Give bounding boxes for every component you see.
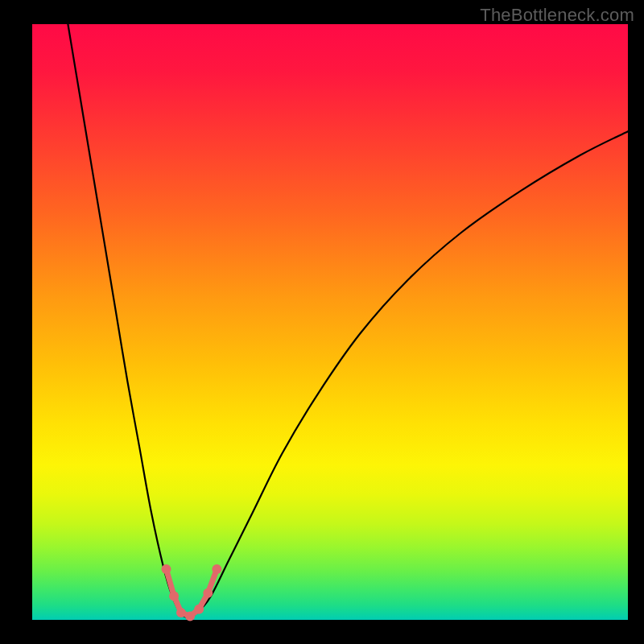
bottleneck-curve: [68, 24, 628, 617]
trough-dot-2: [176, 608, 186, 617]
trough-dot-6: [212, 564, 221, 574]
plot-area: [32, 24, 628, 620]
trough-dot-3: [185, 612, 195, 621]
trough-dot-0: [162, 564, 171, 574]
chart-frame: TheBottleneck.com: [0, 0, 644, 644]
trough-dot-1: [169, 591, 179, 601]
trough-dot-5: [203, 588, 213, 598]
chart-svg: [32, 24, 628, 620]
trough-markers: [162, 564, 222, 621]
watermark-text: TheBottleneck.com: [480, 5, 634, 26]
trough-dot-4: [194, 605, 204, 614]
